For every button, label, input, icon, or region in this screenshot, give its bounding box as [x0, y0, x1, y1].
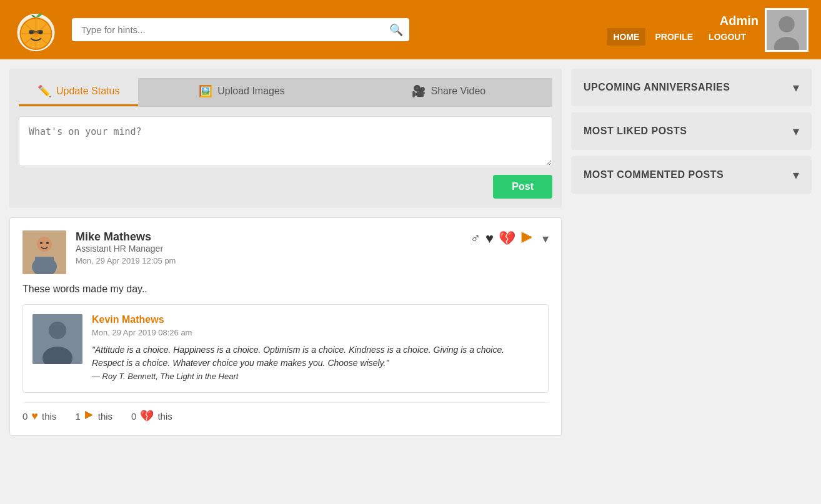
- upcoming-anniversaries-title: UPCOMING ANNIVERSARIES: [584, 82, 730, 93]
- admin-name-area: Admin HOME PROFILE LOGOUT: [607, 14, 759, 46]
- left-column: ✏️ Update Status 🖼️ Upload Images 🎥 Shar…: [9, 69, 562, 445]
- svg-rect-19: [35, 257, 54, 267]
- tab-upload-images-label: Upload Images: [217, 86, 285, 97]
- broken-heart-icon[interactable]: 💔: [499, 230, 515, 247]
- composer: ✏️ Update Status 🖼️ Upload Images 🎥 Shar…: [9, 69, 562, 208]
- composer-tabs: ✏️ Update Status 🖼️ Upload Images 🎥 Shar…: [19, 78, 552, 107]
- post-stat-dislike: 0 💔 this: [131, 409, 172, 423]
- post-button[interactable]: Post: [493, 175, 552, 199]
- post-chevron-icon[interactable]: ▾: [542, 231, 549, 246]
- quote-text: "Attitude is a choice. Happiness is a ch…: [92, 343, 539, 383]
- svg-point-20: [40, 242, 42, 244]
- nav-home[interactable]: HOME: [607, 28, 645, 46]
- most-liked-section: MOST LIKED POSTS ▾: [571, 112, 812, 150]
- quote-content: Kevin Mathews Mon, 29 Apr 2019 08:26 am …: [92, 314, 539, 383]
- heart-icon[interactable]: ♥: [485, 230, 494, 247]
- post-stat-share: 1 ⯈ this: [75, 410, 112, 422]
- tab-share-video[interactable]: 🎥 Share Video: [346, 78, 552, 106]
- quote-date: Mon, 29 Apr 2019 08:26 am: [92, 328, 539, 337]
- svg-point-21: [46, 242, 49, 244]
- like-count: 0: [22, 411, 27, 422]
- like-heart-icon[interactable]: ♥: [31, 410, 38, 423]
- header: 🔍 Admin HOME PROFILE LOGOUT: [0, 0, 821, 59]
- logo: [12, 6, 59, 53]
- most-commented-title: MOST COMMENTED POSTS: [584, 169, 724, 180]
- post-text: These words made my day..: [22, 284, 549, 295]
- main-layout: ✏️ Update Status 🖼️ Upload Images 🎥 Shar…: [0, 59, 821, 455]
- dislike-count: 0: [131, 411, 136, 422]
- most-liked-header[interactable]: MOST LIKED POSTS ▾: [571, 112, 812, 150]
- tab-update-status[interactable]: ✏️ Update Status: [19, 78, 138, 106]
- upcoming-anniversaries-section: UPCOMING ANNIVERSARIES ▾: [571, 69, 812, 106]
- post-actions: ♂ ♥ 💔 ⯈ ▾: [470, 230, 549, 247]
- most-liked-chevron: ▾: [793, 124, 799, 139]
- dislike-icon[interactable]: 💔: [140, 409, 154, 423]
- svg-point-23: [49, 322, 66, 339]
- gender-icon[interactable]: ♂: [470, 230, 480, 247]
- post-date: Mon, 29 Apr 2019 12:05 pm: [76, 256, 470, 265]
- upcoming-anniversaries-header[interactable]: UPCOMING ANNIVERSARIES ▾: [571, 69, 812, 106]
- pencil-icon: ✏️: [37, 84, 51, 98]
- search-bar: 🔍: [72, 18, 409, 41]
- most-liked-title: MOST LIKED POSTS: [584, 126, 687, 137]
- most-commented-section: MOST COMMENTED POSTS ▾: [571, 156, 812, 194]
- upcoming-anniversaries-chevron: ▾: [793, 80, 799, 95]
- share-count: 1: [75, 411, 80, 422]
- tab-share-video-label: Share Video: [430, 86, 485, 97]
- most-commented-header[interactable]: MOST COMMENTED POSTS ▾: [571, 156, 812, 194]
- nav-logout[interactable]: LOGOUT: [702, 28, 752, 46]
- svg-point-17: [37, 237, 52, 252]
- quote-card: Kevin Mathews Mon, 29 Apr 2019 08:26 am …: [22, 304, 549, 393]
- tab-update-status-label: Update Status: [56, 86, 119, 97]
- post-header: Mike Mathews Assistant HR Manager Mon, 2…: [22, 230, 549, 274]
- post-role: Assistant HR Manager: [76, 244, 470, 254]
- post-avatar: [22, 230, 66, 274]
- post-stat-like: 0 ♥ this: [22, 410, 56, 423]
- composer-footer: Post: [19, 175, 552, 199]
- svg-rect-11: [37, 30, 43, 34]
- post-footer: 0 ♥ this 1 ⯈ this 0 💔 this: [22, 402, 549, 423]
- image-icon: 🖼️: [199, 84, 212, 98]
- quote-avatar: [32, 314, 82, 364]
- nav-links: HOME PROFILE LOGOUT: [607, 28, 752, 46]
- svg-point-14: [779, 16, 795, 32]
- avatar: [765, 8, 809, 52]
- share-stat-icon[interactable]: ⯈: [84, 410, 94, 422]
- admin-name: Admin: [607, 14, 759, 28]
- most-commented-chevron: ▾: [793, 167, 799, 182]
- post-user-info: Mike Mathews Assistant HR Manager Mon, 2…: [76, 230, 470, 265]
- status-textarea[interactable]: [19, 116, 552, 166]
- post-username: Mike Mathews: [76, 230, 470, 244]
- search-icon[interactable]: 🔍: [389, 23, 403, 37]
- share-label: this: [98, 411, 112, 422]
- svg-rect-10: [29, 30, 35, 34]
- search-input[interactable]: [72, 18, 409, 41]
- right-column: UPCOMING ANNIVERSARIES ▾ MOST LIKED POST…: [571, 69, 812, 445]
- video-icon: 🎥: [412, 84, 425, 98]
- header-right: Admin HOME PROFILE LOGOUT: [607, 8, 809, 52]
- like-label: this: [42, 411, 56, 422]
- dislike-label: this: [157, 411, 172, 422]
- nav-profile[interactable]: PROFILE: [649, 28, 699, 46]
- post-card: Mike Mathews Assistant HR Manager Mon, 2…: [9, 217, 562, 436]
- quote-author: Kevin Mathews: [92, 314, 539, 325]
- share-icon[interactable]: ⯈: [520, 230, 534, 247]
- tab-upload-images[interactable]: 🖼️ Upload Images: [138, 78, 345, 106]
